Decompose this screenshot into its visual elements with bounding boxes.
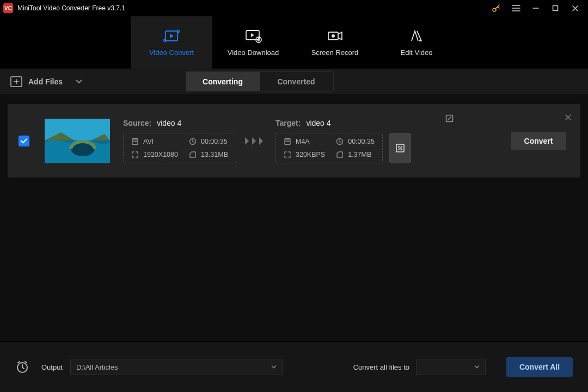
video-thumbnail: [45, 119, 110, 163]
filesize-icon: [189, 151, 197, 158]
source-resolution: 1920X1080: [131, 151, 178, 158]
target-label: Target:: [275, 119, 301, 127]
segment-converting[interactable]: Converting: [186, 72, 260, 91]
tab-edit-video[interactable]: Edit Video: [376, 16, 457, 69]
top-nav: Video Convert Video Download Screen Reco…: [0, 16, 588, 69]
target-info-box: M4A 00:00:35 320KBPS 1.37MB: [275, 133, 383, 163]
record-icon: [326, 29, 344, 43]
file-card: Source: video 4 AVI 00:00:35 1920X1080: [8, 104, 580, 177]
tab-label: Video Download: [228, 48, 279, 57]
download-icon: [244, 29, 262, 43]
titlebar: VC MiniTool Video Converter Free v3.7.1: [0, 0, 588, 16]
menu-icon[interactable]: [506, 0, 526, 16]
target-column: Target: video 4 M4A 00:00:35 320KBPS: [275, 119, 411, 163]
close-icon[interactable]: [565, 0, 585, 16]
target-duration: 00:00:35: [336, 138, 375, 145]
target-format: M4A: [284, 138, 325, 145]
convert-all-to-label: Convert all files to: [353, 363, 409, 371]
output-path-value: D:\All Articles: [76, 363, 118, 371]
edit-video-icon: [407, 29, 426, 43]
file-list: Source: video 4 AVI 00:00:35 1920X1080: [0, 94, 588, 341]
tab-label: Video Convert: [149, 48, 194, 57]
source-label: Source:: [123, 119, 151, 127]
maximize-icon[interactable]: [546, 0, 565, 16]
source-filename: video 4: [157, 119, 181, 127]
convert-icon: [162, 29, 181, 43]
resolution-icon: [131, 151, 139, 158]
file-checkbox[interactable]: [19, 136, 29, 146]
source-duration: 00:00:35: [189, 138, 228, 145]
bitrate-icon: [284, 151, 291, 158]
add-files-chevron-down-icon[interactable]: [76, 79, 82, 84]
convert-all-button[interactable]: Convert All: [506, 357, 573, 377]
edit-target-icon[interactable]: [445, 114, 454, 122]
tab-label: Screen Record: [311, 48, 359, 57]
svg-point-6: [332, 34, 335, 38]
target-filesize: 1.37MB: [336, 151, 375, 158]
bottom-bar: Output D:\All Articles Convert all files…: [0, 341, 588, 392]
convert-all-to-dropdown[interactable]: [416, 359, 486, 375]
convert-button[interactable]: Convert: [511, 132, 566, 150]
status-segmented-control: Converting Converted: [186, 71, 334, 91]
source-filesize: 13.31MB: [189, 151, 228, 158]
segment-converted[interactable]: Converted: [260, 72, 333, 91]
target-bitrate: 320KBPS: [284, 151, 325, 158]
svg-rect-1: [553, 6, 558, 11]
app-icon: VC: [3, 3, 13, 13]
output-label: Output: [41, 363, 63, 371]
target-filename: video 4: [306, 119, 330, 127]
chevron-down-icon: [271, 365, 277, 369]
source-info-box: AVI 00:00:35 1920X1080 13.31MB: [123, 133, 236, 163]
tab-video-convert[interactable]: Video Convert: [131, 16, 212, 69]
history-icon[interactable]: [15, 360, 29, 374]
format-icon: [131, 138, 139, 145]
output-path-dropdown[interactable]: D:\All Articles: [70, 359, 283, 375]
source-column: Source: video 4 AVI 00:00:35 1920X1080: [123, 119, 236, 163]
filesize-icon: [336, 151, 344, 158]
add-files-icon: [10, 76, 23, 88]
source-format: AVI: [131, 138, 178, 145]
tab-video-download[interactable]: Video Download: [212, 16, 294, 69]
tab-label: Edit Video: [400, 48, 432, 57]
add-files-label: Add Files: [28, 77, 63, 86]
format-icon: [284, 138, 291, 145]
target-format-button[interactable]: [389, 133, 411, 163]
tab-screen-record[interactable]: Screen Record: [294, 16, 376, 69]
remove-file-icon[interactable]: [565, 114, 572, 121]
minimize-icon[interactable]: [526, 0, 546, 16]
app-title: MiniTool Video Converter Free v3.7.1: [17, 4, 125, 12]
add-files-button[interactable]: Add Files: [10, 76, 82, 88]
chevron-down-icon: [474, 365, 480, 369]
clock-icon: [189, 138, 197, 145]
upgrade-key-icon[interactable]: [487, 0, 506, 16]
clock-icon: [336, 138, 344, 145]
arrow-icon: [244, 136, 268, 146]
toolbar: Add Files Converting Converted: [0, 69, 588, 94]
